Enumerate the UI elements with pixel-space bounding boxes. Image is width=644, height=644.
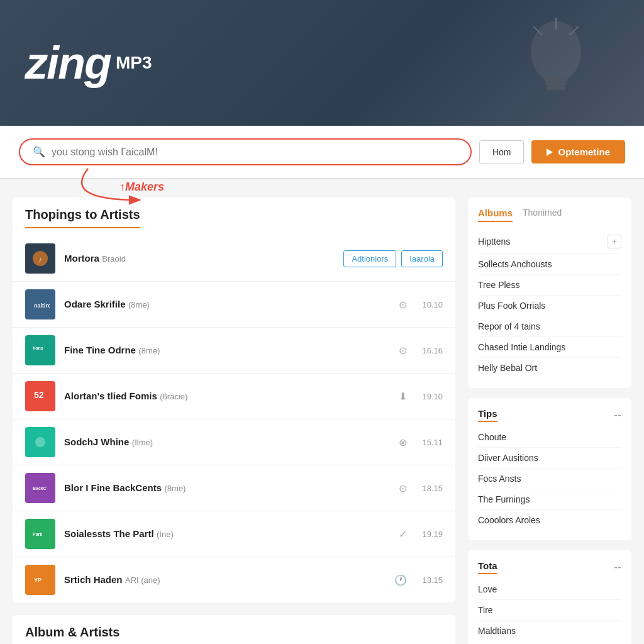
songs-section-title: Thopings to Artists	[25, 208, 140, 228]
right-panel: Albums Thonimed Hipttens + Sollects Anch…	[468, 197, 631, 644]
song-actions: Adtioniors Iaarola	[343, 250, 443, 267]
clock-icon: ⊗	[399, 436, 407, 448]
tips-header: Tips --	[478, 408, 621, 422]
albums-list-item: Repor of 4 tains	[478, 316, 621, 337]
svg-rect-2	[546, 81, 566, 86]
songs-section: Thopings to Artists ♪ Mortora Braoid Adt…	[13, 197, 455, 602]
svg-text:52: 52	[34, 390, 44, 400]
song-thumbnail: fions	[25, 335, 55, 365]
clock-icon: 🕐	[394, 574, 407, 586]
tota-list-item: Love	[478, 579, 621, 600]
song-duration: 10.10	[421, 300, 443, 309]
svg-text:fions: fions	[33, 346, 43, 350]
song-info: Odare Skrifile (8me)	[64, 299, 390, 310]
tips-card: Tips -- Choute Diiver Ausitions Focs Ans…	[468, 398, 631, 540]
song-thumbnail: BackC	[25, 473, 55, 503]
tab-albums[interactable]: Albums	[478, 208, 513, 222]
tips-list-item: Focs Ansts	[478, 469, 621, 489]
tota-label: Tota	[478, 560, 497, 574]
tip-label: The Furnings	[478, 494, 530, 504]
song-item: naltire Odare Skrifile (8me) ⊙ 10.10	[13, 282, 455, 328]
search-icon: 🔍	[33, 146, 45, 158]
song-thumbnail: ♪	[25, 243, 55, 274]
albums-list-item: Plus Fook Orrials	[478, 296, 621, 316]
tab-thonimed[interactable]: Thonimed	[523, 208, 562, 222]
search-area: 🔍 Hom Optemetine ↑Makers	[0, 126, 644, 179]
albums-list-item: Hipttens +	[478, 230, 621, 254]
tota-toggle[interactable]: --	[614, 561, 621, 574]
song-thumbnail: Partl	[25, 519, 55, 549]
tota-label-item: Tire	[478, 605, 493, 615]
tota-header: Tota --	[478, 560, 621, 574]
search-input[interactable]	[52, 147, 458, 158]
header: zing MP3	[0, 0, 644, 126]
song-action-btn-1[interactable]: Adtioniors	[343, 250, 396, 267]
song-artist: (Ilme)	[132, 438, 153, 447]
song-info: Mortora Braoid	[64, 253, 335, 264]
song-artist: (8me)	[138, 346, 160, 355]
albums-card: Albums Thonimed Hipttens + Sollects Anch…	[468, 197, 631, 388]
tips-list: Choute Diiver Ausitions Focs Ansts The F…	[478, 427, 621, 530]
song-action-btn-2[interactable]: Iaarola	[401, 250, 443, 267]
song-item: SodchJ Whine (Ilme) ⊗ 15.11	[13, 419, 455, 465]
tota-list-item: Tire	[478, 600, 621, 621]
song-info: Blor I Fine BackCents (8me)	[64, 482, 390, 494]
song-artist: (Ine)	[157, 530, 174, 539]
song-item: Partl Soialessts The Partl (Ine) ✓ 19.19	[13, 511, 455, 557]
albums-list-item: Helly Bebal Ort	[478, 358, 621, 378]
song-artist: ARI (ane)	[125, 575, 160, 585]
logo-mp3: MP3	[116, 53, 152, 73]
play-icon: ⊙	[399, 482, 407, 494]
home-button[interactable]: Hom	[479, 140, 525, 164]
logo-zing: zing	[25, 37, 111, 89]
songs-section-header: Thopings to Artists	[13, 197, 455, 236]
song-thumbnail: 52	[25, 381, 55, 411]
tips-list-item: Choute	[478, 427, 621, 448]
albums-list-item: Chased Intie Landings	[478, 337, 621, 358]
song-title: Fine Tine Odrne	[64, 345, 136, 355]
albums-list-item: Sollects Anchousts	[478, 254, 621, 275]
albums-tabs: Albums Thonimed	[478, 208, 562, 222]
albums-section: Album & Artists Or. AN Pacie 6airche 1 E…	[13, 615, 455, 644]
tips-list-item: Diiver Ausitions	[478, 448, 621, 469]
optemetine-button[interactable]: Optemetine	[531, 140, 625, 164]
song-artist: (8me)	[165, 484, 186, 493]
albums-card-header: Albums Thonimed	[478, 208, 621, 222]
song-artist: Braoid	[102, 254, 126, 264]
svg-text:BackC: BackC	[33, 486, 47, 491]
tota-card: Tota -- Love Tire Maldtians	[468, 550, 631, 644]
tips-toggle[interactable]: --	[614, 409, 621, 422]
plus-button[interactable]: +	[608, 235, 621, 248]
check-icon: ✓	[399, 528, 407, 540]
song-title: Blor I Fine BackCents	[64, 482, 162, 493]
song-info: Alortan's tlied Fomis (6racie)	[64, 391, 390, 402]
svg-rect-1	[545, 77, 567, 81]
download-icon: ⬇	[399, 391, 407, 402]
svg-text:YP: YP	[34, 577, 42, 583]
song-duration: 13.15	[421, 575, 443, 585]
album-label: Helly Bebal Ort	[478, 363, 537, 373]
album-label: Plus Fook Orrials	[478, 301, 545, 311]
song-item: BackC Blor I Fine BackCents (8me) ⊙ 18.1…	[13, 465, 455, 511]
song-item: YP Srtich Haden ARI (ane) 🕐 13.15	[13, 557, 455, 602]
left-panel: Thopings to Artists ♪ Mortora Braoid Adt…	[13, 197, 455, 644]
album-label: Sollects Anchousts	[478, 259, 552, 269]
song-title: Mortora	[64, 253, 99, 264]
song-info: SodchJ Whine (Ilme)	[64, 436, 390, 448]
song-info: Soialessts The Partl (Ine)	[64, 528, 390, 540]
song-title: Soialessts The Partl	[64, 528, 154, 539]
svg-point-13	[35, 437, 45, 447]
svg-text:♪: ♪	[39, 256, 42, 263]
main-content: Thopings to Artists ♪ Mortora Braoid Adt…	[0, 179, 644, 644]
song-info: Fine Tine Odrne (8me)	[64, 345, 390, 356]
song-item: ♪ Mortora Braoid Adtioniors Iaarola	[13, 236, 455, 282]
play-icon: ⊙	[399, 299, 407, 311]
tip-label: Choute	[478, 432, 506, 442]
tip-label: Focs Ansts	[478, 474, 521, 484]
albums-list: Hipttens + Sollects Anchousts Tree Pless…	[478, 230, 621, 378]
song-duration: 16.16	[421, 346, 443, 355]
song-item: 52 Alortan's tlied Fomis (6racie) ⬇ 19.1…	[13, 374, 455, 419]
song-duration: 18.15	[421, 484, 443, 493]
song-title: Srtich Haden	[64, 574, 123, 585]
search-box: 🔍	[19, 138, 472, 165]
